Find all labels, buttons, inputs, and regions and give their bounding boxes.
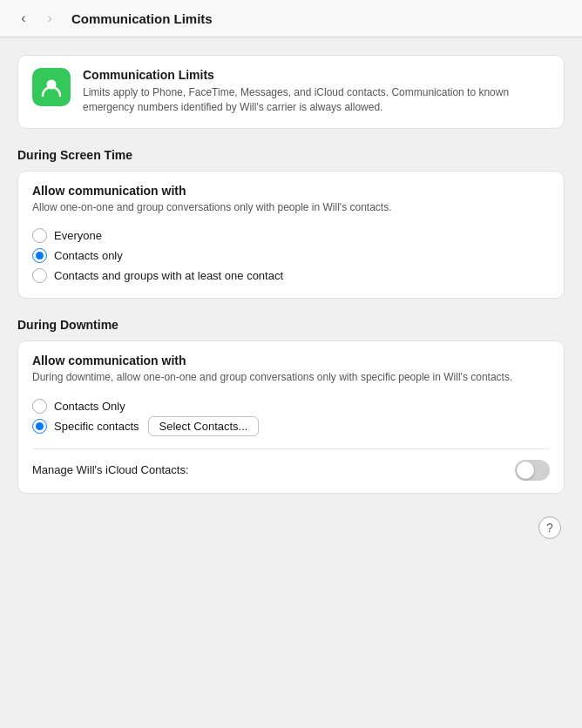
screen-time-radio-contacts-groups[interactable]: Contacts and groups with at least one co… bbox=[32, 266, 550, 286]
downtime-header: During Downtime bbox=[17, 318, 565, 332]
icloud-toggle-switch[interactable] bbox=[515, 460, 550, 481]
radio-everyone-label: Everyone bbox=[54, 229, 102, 242]
icloud-toggle-row: Manage Will's iCloud Contacts: bbox=[32, 448, 550, 481]
screen-time-panel: Allow communication with Allow one-on-on… bbox=[17, 171, 565, 299]
radio-contacts-only-label: Contacts only bbox=[54, 249, 123, 262]
radio-specific-contacts-label: Specific contacts bbox=[54, 420, 139, 433]
downtime-panel-desc: During downtime, allow one-on-one and gr… bbox=[32, 370, 550, 385]
radio-contacts-groups-label: Contacts and groups with at least one co… bbox=[54, 269, 283, 282]
select-contacts-button[interactable]: Select Contacts... bbox=[148, 416, 260, 436]
radio-contacts-groups[interactable] bbox=[32, 268, 47, 283]
screen-time-radio-everyone[interactable]: Everyone bbox=[32, 226, 550, 246]
help-row: ? bbox=[17, 513, 565, 543]
app-icon bbox=[32, 68, 71, 106]
info-card-desc: Limits apply to Phone, FaceTime, Message… bbox=[83, 85, 550, 116]
help-button[interactable]: ? bbox=[538, 516, 561, 539]
radio-specific-contacts[interactable] bbox=[32, 419, 47, 434]
screen-time-panel-desc: Allow one-on-one and group conversations… bbox=[32, 200, 550, 215]
nav-bar: ‹ › Communication Limits bbox=[0, 0, 582, 37]
main-content: Communication Limits Limits apply to Pho… bbox=[0, 37, 582, 560]
icloud-toggle-label: Manage Will's iCloud Contacts: bbox=[32, 463, 189, 476]
screen-time-radio-contacts-only[interactable]: Contacts only bbox=[32, 246, 550, 266]
screen-time-header: During Screen Time bbox=[17, 148, 565, 162]
info-card-title: Communication Limits bbox=[83, 68, 550, 82]
page-title: Communication Limits bbox=[71, 11, 213, 26]
radio-everyone[interactable] bbox=[32, 228, 47, 243]
downtime-panel: Allow communication with During downtime… bbox=[17, 340, 565, 493]
screen-time-panel-title: Allow communication with bbox=[32, 184, 550, 198]
info-card: Communication Limits Limits apply to Pho… bbox=[17, 55, 565, 129]
back-button[interactable]: ‹ bbox=[14, 9, 33, 28]
radio-contacts-only-down[interactable] bbox=[32, 399, 47, 414]
downtime-panel-title: Allow communication with bbox=[32, 354, 550, 367]
forward-button[interactable]: › bbox=[40, 9, 59, 28]
radio-contacts-only-down-label: Contacts Only bbox=[54, 400, 125, 413]
radio-contacts-only[interactable] bbox=[32, 248, 47, 263]
downtime-radio-contacts-only[interactable]: Contacts Only bbox=[32, 396, 550, 416]
downtime-radio-specific-row: Specific contacts Select Contacts... bbox=[32, 416, 550, 436]
downtime-radio-specific[interactable]: Specific contacts bbox=[32, 416, 139, 436]
